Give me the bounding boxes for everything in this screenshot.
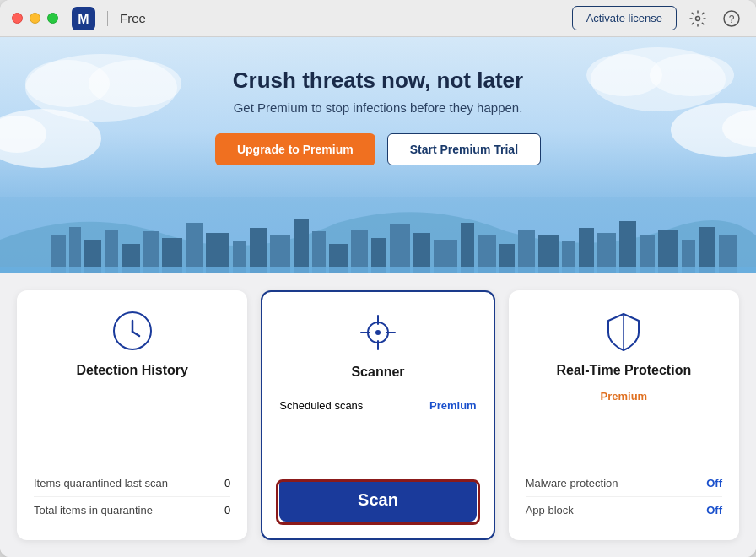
scanner-title: Scanner [351,365,404,380]
maximize-button[interactable] [47,13,58,24]
svg-text:?: ? [729,14,735,25]
app-logo: M Free [72,7,146,30]
svg-rect-33 [390,224,410,273]
gear-icon [689,10,706,27]
app-block-value: Off [706,504,722,516]
app-block-label: App block [526,504,574,516]
trial-button[interactable]: Start Premium Trial [387,133,541,165]
svg-rect-26 [250,228,267,273]
total-quarantine-row: Total items in quarantine 0 [34,496,230,523]
scan-button[interactable]: Scan [279,479,476,522]
svg-rect-36 [461,223,474,273]
hero-banner: Crush threats now, not later Get Premium… [0,37,756,273]
shield-icon [602,309,645,353]
svg-rect-44 [619,221,636,273]
svg-rect-42 [579,228,594,273]
upgrade-button[interactable]: Upgrade to Premium [215,133,375,165]
protection-icon [600,307,647,354]
detection-history-card: Detection History Items quarantined last… [17,290,247,540]
scheduled-scans-row: Scheduled scans Premium [279,392,476,419]
total-quarantine-label: Total items in quarantine [34,504,153,516]
svg-rect-17 [69,227,81,273]
scanner-card: Scanner Scheduled scans Premium Scan [261,290,494,540]
hero-buttons: Upgrade to Premium Start Premium Trial [17,133,739,165]
app-block-row: App block Off [526,496,722,523]
title-bar: M Free Activate license ? [0,0,756,37]
svg-rect-50 [0,267,756,273]
app-window: M Free Activate license ? [0,0,756,557]
close-button[interactable] [12,13,23,24]
real-time-protection-card: Real-Time Protection Premium Malware pro… [509,290,739,540]
protection-title: Real-Time Protection [556,363,691,378]
svg-rect-48 [699,227,716,273]
clock-icon [111,309,154,353]
logo-icon: M [72,7,95,30]
app-brand: Free [120,11,146,25]
help-button[interactable]: ? [719,6,744,31]
total-quarantine-value: 0 [224,504,230,516]
scheduled-scans-value: Premium [429,399,477,412]
hero-heading: Crush threats now, not later [17,68,739,94]
detection-history-title: Detection History [76,363,187,378]
protection-rows: Malware protection Off App block Off [526,470,722,523]
quarantined-last-scan-label: Items quarantined last scan [34,477,168,489]
activate-license-button[interactable]: Activate license [572,6,677,30]
crosshair-icon [354,309,402,356]
help-icon: ? [723,10,740,27]
detection-icon [109,307,156,354]
title-divider [107,11,108,26]
svg-point-59 [375,330,381,335]
svg-rect-28 [294,219,309,273]
cards-area: Detection History Items quarantined last… [0,273,756,557]
quarantined-last-scan-row: Items quarantined last scan 0 [34,470,230,496]
malware-protection-label: Malware protection [526,477,618,489]
title-bar-actions: Activate license ? [572,6,744,31]
malware-protection-value: Off [706,477,722,489]
scanner-icon [354,309,402,356]
traffic-lights [12,13,58,24]
svg-text:M: M [78,12,89,26]
city-skyline [0,197,756,273]
minimize-button[interactable] [30,13,40,24]
scheduled-scans-label: Scheduled scans [279,399,363,412]
svg-line-53 [132,332,139,336]
svg-rect-23 [186,223,202,273]
hero-subtext: Get Premium to stop infections before th… [17,100,739,115]
malware-protection-row: Malware protection Off [526,470,722,496]
settings-button[interactable] [685,6,710,31]
detection-history-rows: Items quarantined last scan 0 Total item… [34,470,230,523]
quarantined-last-scan-value: 0 [224,477,230,489]
protection-subtitle: Premium [601,390,648,403]
svg-point-2 [696,16,700,20]
